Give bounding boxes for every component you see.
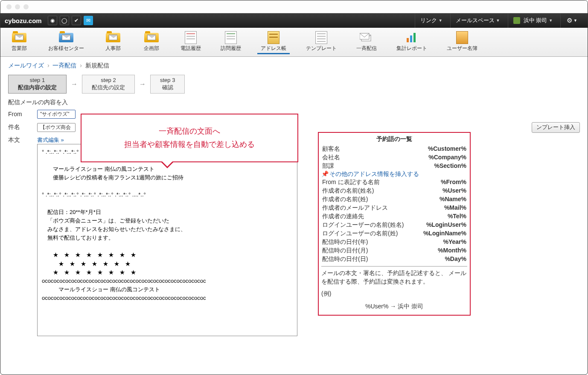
reserved-token: %Year% xyxy=(443,238,466,246)
callout-annotation: 一斉配信の文面へ 担当者や顧客情報を自動で差し込める xyxy=(81,114,298,162)
report-icon xyxy=(404,31,419,44)
wizard-steps: step 1 配信内容の設定 → step 2 配信先の設定 → step 3 … xyxy=(0,72,588,99)
body-textarea[interactable] xyxy=(37,144,297,336)
topbar-mail-icon[interactable]: ✉ xyxy=(84,16,93,25)
intro-text: 配信メールの内容を入 xyxy=(0,99,588,110)
reserved-label: 顧客名 xyxy=(322,145,340,153)
step-label: 確認 xyxy=(160,84,175,91)
topmenu-user-label: 浜中 崇司 xyxy=(524,17,547,24)
app-window: cybozu.com ◉ ◯ ✔ ✉ リンク ▼ メールスペース ▼ 浜中 崇司… xyxy=(0,0,588,375)
reserved-row[interactable]: 作成者のメールアドレス%Mail% xyxy=(321,204,467,212)
reserved-row[interactable]: 会社名%Company% xyxy=(321,153,467,162)
tool-user-list[interactable]: ユーザー名簿 xyxy=(443,29,481,54)
folder-mail-icon xyxy=(105,31,121,44)
step-num: step 2 xyxy=(92,77,125,84)
settings-gear-button[interactable]: ⚙ ▼ xyxy=(560,13,583,28)
callout-line1: 一斉配信の文面へ xyxy=(159,125,220,138)
reserved-token: %LoginName% xyxy=(423,230,466,237)
example-label: (例) xyxy=(321,290,467,298)
reserved-label: 配信時の日付(年) xyxy=(322,238,368,246)
topmenu-user[interactable]: 浜中 崇司 ▼ xyxy=(508,13,558,28)
topbar-app1-icon[interactable]: ◉ xyxy=(48,16,57,25)
visit-history-icon xyxy=(223,31,239,44)
reserved-row[interactable]: 作成者の連絡先%Tel% xyxy=(321,212,467,221)
reserved-row[interactable]: 部課%Section% xyxy=(321,162,467,170)
tool-label: 一斉配信 xyxy=(356,45,377,52)
template-insert-button[interactable]: ンプレート挿入 xyxy=(532,122,580,133)
phone-history-icon xyxy=(183,31,198,44)
gear-icon: ⚙ xyxy=(567,17,572,24)
topbar-app3-icon[interactable]: ✔ xyxy=(72,16,81,25)
reserved-token: %User% xyxy=(442,187,466,195)
reserved-label: ログインユーザーの名前(姓名) xyxy=(322,221,404,229)
subject-label: 件名 xyxy=(8,123,32,131)
insert-more-addresses-link[interactable]: 📌その他のアドレス情報を挿入する xyxy=(321,170,467,178)
callout-line2: 担当者や顧客情報を自動で差し込める xyxy=(124,138,255,151)
topbar-app2-icon[interactable]: ◯ xyxy=(60,16,69,25)
step-3[interactable]: step 3 確認 xyxy=(150,75,185,94)
reserved-token: %Customer% xyxy=(428,145,466,153)
arrow-right-icon: → xyxy=(139,80,146,88)
tool-phone-history[interactable]: 電話履歴 xyxy=(177,29,204,54)
format-edit-link[interactable]: 書式編集 » xyxy=(37,137,64,143)
step-2[interactable]: step 2 配信先の設定 xyxy=(82,75,135,94)
traffic-close-icon[interactable] xyxy=(6,4,12,9)
top-bar: cybozu.com ◉ ◯ ✔ ✉ リンク ▼ メールスペース ▼ 浜中 崇司… xyxy=(0,13,588,28)
avatar-icon xyxy=(513,17,520,24)
reserved-row[interactable]: 配信時の日付(月)%Month% xyxy=(321,246,467,255)
reserved-row[interactable]: 作成者の名前(姓名)%User% xyxy=(321,187,467,195)
reserved-note: メールの本文・署名に、予約語を記述すると、 メールを配信する際、予約語は変換され… xyxy=(321,266,467,287)
breadcrumb-mid[interactable]: 一斉配信 xyxy=(52,62,76,69)
topmenu-mailspace-label: メールスペース xyxy=(456,17,495,24)
reserved-token: %From% xyxy=(441,179,466,186)
reserved-row[interactable]: 配信時の日付(年)%Year% xyxy=(321,238,467,246)
breadcrumb: メールワイズ › 一斉配信 › 新規配信 xyxy=(0,57,588,72)
breadcrumb-sep-icon: › xyxy=(80,62,82,69)
reserved-title: 予約語の一覧 xyxy=(321,135,467,145)
tool-label: アドレス帳 xyxy=(261,45,286,52)
tool-visit-history[interactable]: 訪問履歴 xyxy=(217,29,245,54)
breadcrumb-root[interactable]: メールワイズ xyxy=(8,62,44,69)
folder-mail-icon xyxy=(144,31,159,44)
tool-bulk-send[interactable]: 一斉配信 xyxy=(353,29,380,54)
reserved-row[interactable]: From に表記する名前%From% xyxy=(321,178,467,187)
tool-customer-center[interactable]: お客様センター xyxy=(45,29,87,54)
reserved-row[interactable]: ログインユーザーの名前(姓名)%LoginUser% xyxy=(321,221,467,229)
traffic-max-icon[interactable] xyxy=(23,4,29,9)
tool-label: 電話履歴 xyxy=(180,45,201,52)
reserved-label: 作成者の名前(姓名) xyxy=(322,187,374,195)
step-num: step 1 xyxy=(18,77,57,84)
reserved-label: 配信時の日付(月) xyxy=(322,247,368,255)
subject-input[interactable]: 【ボウズ商会 xyxy=(37,123,76,132)
reserved-words-panel: 予約語の一覧 顧客名%Customer%会社名%Company%部課%Secti… xyxy=(318,132,471,316)
caret-down-icon: ▼ xyxy=(549,18,553,23)
tool-kikaku[interactable]: 企画部 xyxy=(139,29,164,54)
tool-address-book[interactable]: アドレス帳 xyxy=(257,29,290,54)
breadcrumb-leaf: 新規配信 xyxy=(85,62,109,69)
from-select[interactable]: "サイボウズ" xyxy=(37,110,76,119)
tool-template[interactable]: テンプレート xyxy=(303,29,340,54)
tool-report[interactable]: 集計レポート xyxy=(393,29,431,54)
reserved-row[interactable]: 作成者の名前(姓)%Name% xyxy=(321,195,467,204)
from-label: From xyxy=(8,111,32,117)
step-1[interactable]: step 1 配信内容の設定 xyxy=(8,75,67,94)
tool-label: お客様センター xyxy=(48,45,84,52)
step-label: 配信内容の設定 xyxy=(18,84,57,91)
reserved-label: 会社名 xyxy=(322,154,340,161)
breadcrumb-sep-icon: › xyxy=(47,62,49,69)
reserved-row[interactable]: 配信時の日付(日)%Day% xyxy=(321,255,467,264)
reserved-row[interactable]: 顧客名%Customer% xyxy=(321,145,467,153)
reserved-label: 作成者の名前(姓) xyxy=(322,196,368,203)
tool-eigyou[interactable]: 営業部 xyxy=(6,29,32,54)
topmenu-link[interactable]: リンク ▼ xyxy=(415,13,448,28)
topmenu-mailspace[interactable]: メールスペース ▼ xyxy=(450,13,505,28)
reserved-token: %Day% xyxy=(445,255,466,263)
pin-icon: 📌 xyxy=(321,170,329,177)
reserved-token: %Month% xyxy=(438,247,466,255)
address-book-icon xyxy=(266,31,281,44)
window-titlebar xyxy=(0,0,588,13)
tool-jinji[interactable]: 人事部 xyxy=(100,29,126,54)
traffic-min-icon[interactable] xyxy=(15,4,20,9)
reserved-label: From に表記する名前 xyxy=(322,179,380,186)
reserved-row[interactable]: ログインユーザーの名前(姓)%LoginName% xyxy=(321,229,467,238)
